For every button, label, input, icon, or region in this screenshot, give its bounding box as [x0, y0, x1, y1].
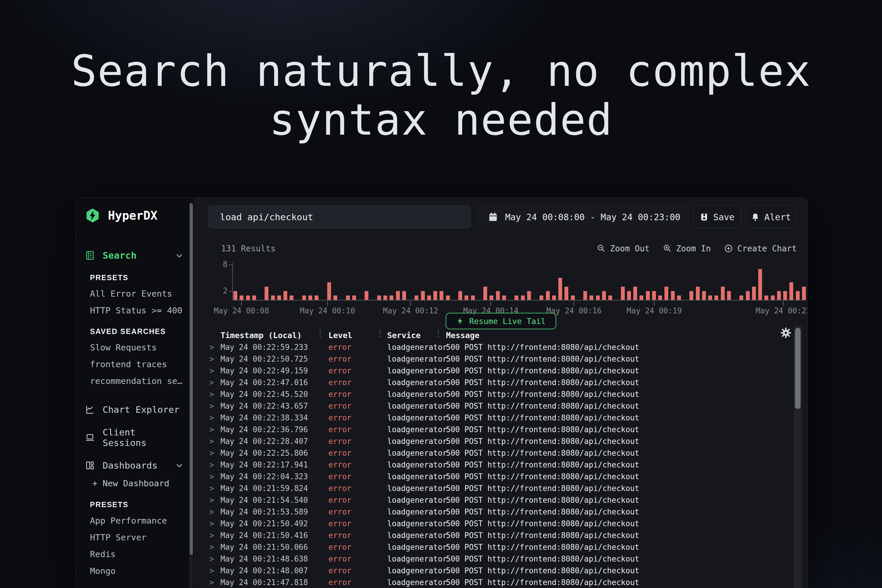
log-row[interactable]: >May 24 00:21:53.589errorloadgenerator50…: [195, 506, 787, 518]
log-row[interactable]: >May 24 00:22:04.323errorloadgenerator50…: [195, 471, 787, 483]
row-expander-icon[interactable]: >: [209, 353, 214, 365]
table-scrollbar[interactable]: [794, 326, 802, 588]
sidebar-item-dashboard-preset[interactable]: App Performance: [90, 513, 183, 529]
sidebar-item-saved-search[interactable]: frontend traces: [90, 356, 183, 373]
histogram-bar: [583, 291, 587, 300]
row-expander-icon[interactable]: >: [209, 553, 214, 565]
cell-timestamp: May 24 00:22:25.806: [220, 447, 308, 459]
log-row[interactable]: >May 24 00:21:48.638errorloadgenerator50…: [195, 553, 787, 565]
sidebar-item-dashboard-preset[interactable]: HTTP Server: [90, 529, 183, 546]
row-expander-icon[interactable]: >: [209, 494, 214, 506]
x-tick: May 24 00:16: [546, 300, 602, 315]
cell-level: error: [328, 353, 351, 365]
table-settings-gear-icon[interactable]: [780, 327, 792, 338]
sidebar-item-chart-explorer[interactable]: Chart Explorer: [85, 401, 184, 418]
zoom-in-button[interactable]: Zoom In: [663, 244, 711, 254]
row-expander-icon[interactable]: >: [209, 376, 214, 388]
log-row[interactable]: >May 24 00:22:47.016errorloadgenerator50…: [195, 376, 787, 388]
histogram-bar: [746, 291, 750, 300]
sidebar-item-dashboard-preset[interactable]: Mongo: [90, 563, 183, 579]
date-range-picker[interactable]: May 24 00:08:00 - May 24 00:23:00: [478, 206, 689, 228]
row-expander-icon[interactable]: >: [209, 435, 214, 447]
column-header-message[interactable]: Message: [446, 330, 480, 341]
chevron-down-icon[interactable]: [174, 250, 184, 261]
log-row[interactable]: >May 24 00:22:50.725errorloadgenerator50…: [195, 353, 787, 365]
row-expander-icon[interactable]: >: [209, 483, 214, 494]
sidebar-item-saved-search[interactable]: recommendation se…: [90, 373, 183, 390]
table-scrollbar-thumb[interactable]: [795, 328, 801, 409]
sidebar-item-client-sessions[interactable]: Client Sessions: [85, 429, 184, 446]
row-expander-icon[interactable]: >: [209, 341, 214, 353]
log-rows: >May 24 00:22:59.233errorloadgenerator50…: [195, 341, 787, 588]
resume-live-tail-button[interactable]: Resume Live Tail: [446, 313, 556, 329]
log-row[interactable]: >May 24 00:22:49.159errorloadgenerator50…: [195, 365, 787, 376]
log-row[interactable]: >May 24 00:21:50.066errorloadgenerator50…: [195, 541, 787, 553]
column-header-service[interactable]: Service: [387, 330, 421, 341]
row-expander-icon[interactable]: >: [209, 388, 214, 400]
column-resize-handle[interactable]: [379, 330, 380, 337]
column-resize-handle[interactable]: [438, 330, 439, 337]
chevron-down-icon[interactable]: [174, 460, 184, 470]
log-row[interactable]: >May 24 00:21:50.416errorloadgenerator50…: [195, 530, 787, 541]
row-expander-icon[interactable]: >: [209, 506, 214, 518]
cell-level: error: [328, 553, 351, 565]
cell-service: loadgenerator: [387, 494, 447, 506]
y-tick-label: 2: [223, 286, 228, 295]
log-row[interactable]: >May 24 00:22:25.806errorloadgenerator50…: [195, 447, 787, 459]
sidebar-scrollbar-thumb[interactable]: [190, 203, 193, 555]
column-header-level[interactable]: Level: [328, 330, 352, 341]
row-expander-icon[interactable]: >: [209, 518, 214, 530]
cell-message: 500 POST http://frontend:8080/api/checko…: [446, 565, 639, 576]
row-expander-icon[interactable]: >: [209, 400, 214, 412]
row-expander-icon[interactable]: >: [209, 541, 214, 553]
column-resize-handle[interactable]: [320, 330, 321, 337]
histogram-bar: [590, 296, 593, 300]
create-chart-button[interactable]: Create Chart: [724, 244, 797, 254]
new-dashboard-button[interactable]: + New Dashboard: [92, 475, 170, 492]
row-expander-icon[interactable]: >: [209, 565, 214, 576]
log-row[interactable]: >May 24 00:22:38.334errorloadgenerator50…: [195, 412, 787, 424]
row-expander-icon[interactable]: >: [209, 447, 214, 459]
row-expander-icon[interactable]: >: [209, 365, 214, 376]
save-button[interactable]: Save: [693, 206, 741, 228]
histogram-bar: [271, 296, 275, 300]
log-row[interactable]: >May 24 00:22:28.407errorloadgenerator50…: [195, 435, 787, 447]
alert-button[interactable]: Alert: [746, 206, 796, 228]
x-tick-label: May 24 00:10: [300, 306, 355, 315]
sidebar-item-dashboard-preset[interactable]: Redis: [90, 546, 183, 563]
row-expander-icon[interactable]: >: [209, 471, 214, 483]
sidebar-item-preset[interactable]: All Error Events: [90, 285, 183, 302]
sidebar-item-preset[interactable]: HTTP Status >= 400: [90, 302, 183, 319]
row-expander-icon[interactable]: >: [209, 459, 214, 471]
column-header-timestamp[interactable]: Timestamp (Local): [220, 330, 302, 341]
log-row[interactable]: >May 24 00:22:17.941errorloadgenerator50…: [195, 459, 787, 471]
log-row[interactable]: >May 24 00:21:47.818errorloadgenerator50…: [195, 576, 787, 588]
cell-message: 500 POST http://frontend:8080/api/checko…: [446, 435, 639, 447]
alert-label: Alert: [764, 212, 791, 222]
events-histogram: 82 May 24 00:08May 24 00:10May 24 00:12M…: [233, 261, 806, 300]
brand[interactable]: HyperDX: [85, 207, 158, 224]
sidebar-item-search[interactable]: Search: [85, 247, 184, 264]
cell-level: error: [328, 471, 351, 483]
log-row[interactable]: >May 24 00:22:59.233errorloadgenerator50…: [195, 341, 787, 353]
zoom-out-button[interactable]: Zoom Out: [597, 244, 650, 254]
sidebar-item-saved-search[interactable]: Slow Requests: [90, 339, 183, 356]
row-expander-icon[interactable]: >: [209, 576, 214, 588]
log-row[interactable]: >May 24 00:21:48.007errorloadgenerator50…: [195, 565, 787, 576]
log-row[interactable]: >May 24 00:22:45.520errorloadgenerator50…: [195, 388, 787, 400]
log-row[interactable]: >May 24 00:21:50.492errorloadgenerator50…: [195, 518, 787, 530]
log-row[interactable]: >May 24 00:21:59.824errorloadgenerator50…: [195, 483, 787, 494]
histogram-bar: [764, 296, 768, 300]
sidebar-scrollbar[interactable]: [189, 202, 193, 588]
sidebar-item-dashboards[interactable]: Dashboards: [85, 457, 184, 474]
log-row[interactable]: >May 24 00:22:43.657errorloadgenerator50…: [195, 400, 787, 412]
log-row[interactable]: >May 24 00:22:36.796errorloadgenerator50…: [195, 424, 787, 435]
cell-timestamp: May 24 00:21:48.007: [220, 565, 308, 576]
row-expander-icon[interactable]: >: [209, 412, 214, 424]
log-row[interactable]: >May 24 00:21:54.540errorloadgenerator50…: [195, 494, 787, 506]
row-expander-icon[interactable]: >: [209, 530, 214, 541]
cell-timestamp: May 24 00:21:50.416: [220, 530, 308, 541]
histogram-bar: [489, 296, 494, 300]
search-input[interactable]: [208, 206, 471, 228]
row-expander-icon[interactable]: >: [209, 424, 214, 435]
